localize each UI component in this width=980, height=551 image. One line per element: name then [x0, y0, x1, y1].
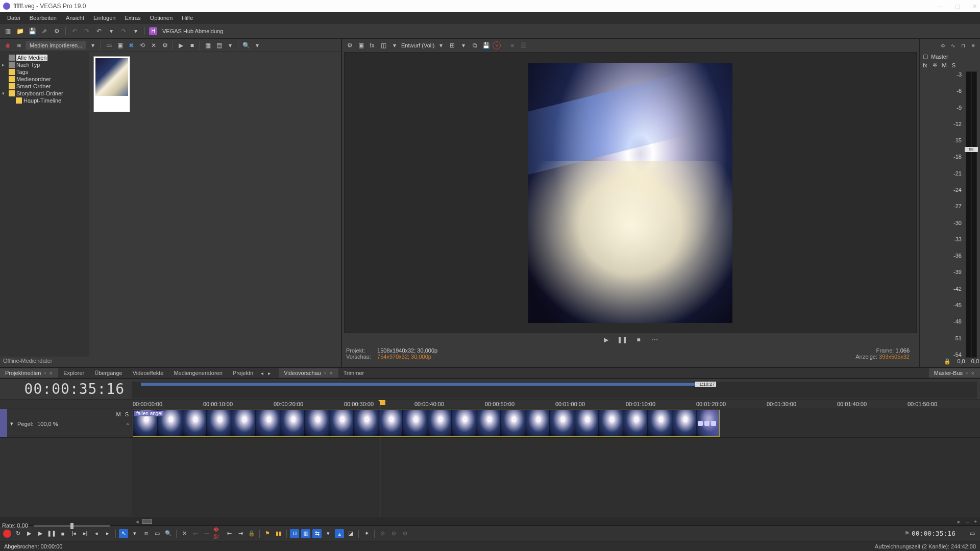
media-remove-icon[interactable]: ✖	[127, 41, 136, 50]
preview-split-dd-icon[interactable]: ▾	[390, 41, 399, 50]
tab-videovorschau[interactable]: Videovorschau▫✕	[279, 368, 338, 378]
tab-explorer[interactable]: Explorer	[58, 368, 89, 378]
preview-split-icon[interactable]: ◫	[379, 41, 388, 50]
split-button[interactable]: �裂	[213, 529, 223, 538]
preview-list-icon[interactable]: ☰	[519, 41, 528, 50]
loop-button[interactable]: ↻	[13, 529, 22, 538]
media-x-icon[interactable]: ✕	[149, 41, 158, 50]
trim-start-button[interactable]: ⟜	[191, 529, 200, 538]
ignore2-icon[interactable]: ⊘	[389, 529, 398, 538]
preview-fx-icon[interactable]: fx	[368, 41, 377, 50]
master-mix-icon[interactable]: ≡	[970, 42, 977, 49]
quantize-button[interactable]: ▥	[301, 529, 310, 538]
tabs-left-arrow-icon[interactable]: ◂	[258, 369, 265, 377]
media-play-icon[interactable]: ▶	[176, 41, 185, 50]
media-capture-icon[interactable]: ▭	[104, 41, 113, 50]
track-grip[interactable]	[0, 409, 7, 437]
redo-dd-icon[interactable]: ▾	[131, 27, 140, 36]
tab-uebergaenge[interactable]: Übergänge	[89, 368, 127, 378]
hscroll-right-icon[interactable]: ▸	[955, 518, 963, 525]
master-fx-icon[interactable]: fx	[923, 62, 927, 68]
preview-play-icon[interactable]: ▶	[601, 335, 610, 344]
undo-split-icon[interactable]: ↶	[70, 27, 79, 36]
timeline-hscroll[interactable]: ◂ ▸ – +	[0, 517, 980, 525]
snap-button[interactable]: ⊔	[290, 529, 299, 538]
media-thumbnail[interactable]	[93, 56, 130, 112]
track-fx-icon[interactable]: ▫	[127, 421, 129, 427]
media-refresh-icon[interactable]: ⟲	[138, 41, 147, 50]
menu-einfuegen[interactable]: Einfügen	[89, 14, 119, 22]
preview-pause-icon[interactable]: ❚❚	[618, 335, 627, 344]
video-clip[interactable]: fallen angel	[133, 410, 720, 437]
preview-props-icon[interactable]: ⚙	[345, 41, 354, 50]
hscroll-left-icon[interactable]: ◂	[134, 518, 141, 525]
import-media-button[interactable]: Medien importieren...	[26, 41, 86, 49]
media-search-icon[interactable]: 🔍	[241, 41, 251, 50]
render-icon[interactable]: ⇗	[40, 27, 49, 36]
media-view-icon[interactable]: ▤	[214, 41, 224, 50]
lock-icon[interactable]: 🔒	[944, 358, 951, 365]
selection-display-icon[interactable]: ▭	[968, 529, 977, 538]
tabs-right-arrow-icon[interactable]: ▸	[265, 369, 273, 377]
media-sort-icon[interactable]: ▾	[253, 41, 262, 50]
preview-adjust-icon[interactable]: ≡	[507, 41, 517, 50]
redo-icon[interactable]: ↷	[119, 27, 128, 36]
media-get-icon[interactable]: ▣	[115, 41, 125, 50]
auto-crossfade-button[interactable]: ⟁	[335, 529, 344, 538]
track-header-1[interactable]: MS ▾ Pegel: 100,0 % ▫	[0, 409, 132, 438]
tree-storyboard[interactable]: ▾Storyboard-Ordner	[1, 90, 88, 97]
master-solo-button[interactable]: S	[952, 62, 955, 68]
hscroll-plus-icon[interactable]: +	[972, 518, 979, 524]
region-button[interactable]: ▮▮	[274, 529, 283, 538]
menu-datei[interactable]: Datei	[3, 14, 24, 22]
normal-edit-tool[interactable]: ↖	[119, 529, 128, 538]
tree-alle-medien[interactable]: Alle Medien	[1, 54, 88, 61]
maximize-button[interactable]: ▢	[955, 3, 960, 10]
preview-ext-icon[interactable]: ▣	[356, 41, 365, 50]
master-gear-icon[interactable]: ✲	[933, 62, 937, 68]
menu-bearbeiten[interactable]: Bearbeiten	[26, 14, 61, 22]
master-mute-button[interactable]: M	[942, 62, 947, 68]
track-solo-button[interactable]: S	[125, 411, 129, 417]
prev-frame-button[interactable]: ◂	[92, 529, 101, 538]
record-button[interactable]	[3, 530, 11, 538]
lock-button[interactable]: 🔒	[247, 529, 256, 538]
tree-tags[interactable]: Tags	[1, 68, 88, 76]
media-view-dd-icon[interactable]: ▾	[226, 41, 235, 50]
media-stream-icon[interactable]: ≋	[14, 41, 23, 50]
tab-videoeffekte[interactable]: Videoeffekte	[128, 368, 169, 378]
delete-button[interactable]: ✕	[180, 529, 189, 538]
ripple-dd-icon[interactable]: ▾	[324, 529, 333, 538]
import-dd-icon[interactable]: ▾	[88, 41, 97, 50]
properties-icon[interactable]: ⚙	[52, 27, 61, 36]
tab-master-bus[interactable]: Master-Bus▫✕	[929, 368, 980, 378]
track-area[interactable]: 00:00:00:0000:00:10:0000:00:20:0000:00:3…	[132, 400, 980, 517]
ripple-button[interactable]: ⇤	[225, 529, 234, 538]
menu-ansicht[interactable]: Ansicht	[62, 14, 88, 22]
preview-stop-icon[interactable]: ■	[634, 335, 643, 344]
zoom-tool[interactable]: 🔍	[164, 529, 173, 538]
preview-more-icon[interactable]: ⋯	[650, 335, 659, 344]
track-mute-button[interactable]: M	[116, 411, 120, 417]
pause-button[interactable]: ❚❚	[47, 529, 56, 538]
hub-label[interactable]: VEGAS Hub Abmeldung	[162, 28, 223, 34]
ripple2-button[interactable]: ⇥	[236, 529, 245, 538]
close-button[interactable]: ✕	[972, 3, 977, 10]
preview-quality[interactable]: Entwurf (Voll)	[401, 42, 434, 48]
tool-dd-icon[interactable]: ▾	[130, 529, 139, 538]
menu-extras[interactable]: Extras	[120, 14, 144, 22]
tree-smart-ordner[interactable]: Smart-Ordner	[1, 83, 88, 90]
menu-optionen[interactable]: Optionen	[146, 14, 177, 22]
hscroll-thumb[interactable]	[142, 519, 152, 524]
tab-projektnotizen[interactable]: Projektn	[228, 368, 258, 378]
preview-grid-icon[interactable]: ⊞	[448, 41, 457, 50]
preview-quality-dd-icon[interactable]: ▾	[436, 41, 446, 50]
menu-hilfe[interactable]: Hilfe	[178, 14, 197, 22]
preview-grid-dd-icon[interactable]: ▾	[459, 41, 468, 50]
media-color-icon[interactable]: ▦	[203, 41, 212, 50]
preview-copy-icon[interactable]: ⧉	[470, 41, 479, 50]
master-dim-icon[interactable]: ∿	[949, 42, 957, 49]
go-end-button[interactable]: ▸|	[81, 529, 90, 538]
go-start-button[interactable]: |◂	[69, 529, 79, 538]
play-start-button[interactable]: ▶	[24, 529, 34, 538]
